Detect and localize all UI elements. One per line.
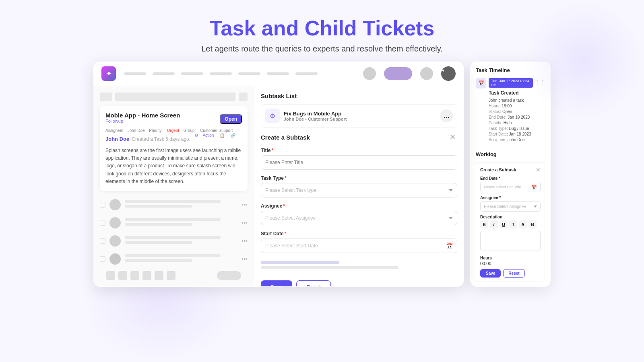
app-logo: ✦ bbox=[101, 66, 116, 81]
assignee-label: Assignee: bbox=[105, 128, 123, 133]
line bbox=[125, 236, 221, 239]
worklog-save-btn[interactable]: Save bbox=[480, 269, 501, 278]
color-btn[interactable]: A bbox=[519, 220, 527, 228]
nav-item-7[interactable] bbox=[295, 72, 318, 75]
worklog-calendar-icon: 📅 bbox=[531, 185, 537, 190]
subtask-more-icon[interactable]: … bbox=[440, 109, 453, 122]
nav-item-5[interactable] bbox=[238, 72, 260, 75]
checkbox-1[interactable] bbox=[100, 202, 105, 208]
page-title: Task and Child Tickets bbox=[0, 16, 644, 40]
worklog-reset-btn[interactable]: Reset bbox=[503, 269, 524, 278]
logo-icon: ✦ bbox=[106, 69, 112, 78]
more-icon-4[interactable]: ••• bbox=[242, 256, 248, 262]
worklog-end-date-input[interactable]: Please Select End Title 📅 bbox=[480, 182, 541, 192]
timeline-date-badge: Tue. Jan 17 2023 01:24 PM bbox=[489, 78, 533, 88]
list-item-1: ••• bbox=[100, 196, 248, 214]
assignee-select[interactable]: Please Select Assignee bbox=[261, 211, 457, 225]
pagination-page[interactable] bbox=[217, 271, 241, 280]
worklog-hours-label: Hours bbox=[480, 256, 541, 260]
more-icon-2[interactable]: ••• bbox=[242, 220, 248, 226]
worklog-assignee-field: Assignee * Please Select Assignee bbox=[480, 195, 541, 212]
nav-avatar-2[interactable] bbox=[420, 67, 433, 80]
pagination-icon-3[interactable] bbox=[130, 271, 139, 280]
copy-icon[interactable]: 📋 bbox=[220, 133, 225, 138]
worklog-assignee-select[interactable]: Please Select Assignee bbox=[480, 201, 541, 212]
checkbox-4[interactable] bbox=[100, 256, 105, 262]
list-lines-1 bbox=[125, 200, 237, 210]
ticket-status-badge[interactable]: Open bbox=[220, 114, 242, 124]
nav-avatar-user[interactable]: ▼ bbox=[441, 66, 456, 81]
subtask-item-meta: John Doe - Customer Support bbox=[284, 117, 436, 121]
nav-item-6[interactable] bbox=[267, 72, 289, 75]
checkbox-2[interactable] bbox=[100, 220, 105, 226]
list-item-2: ••• bbox=[100, 214, 248, 232]
pagination-icon-6[interactable] bbox=[167, 271, 175, 280]
timeline-row-7: Assignee: John Doe bbox=[489, 138, 533, 142]
worklog-form: Create a Subtask ✕ End Date * Please Sel… bbox=[476, 162, 545, 282]
nav-item-3[interactable] bbox=[181, 72, 203, 75]
task-type-select[interactable]: Please Select Task type bbox=[261, 183, 457, 197]
underline-btn[interactable]: U bbox=[500, 220, 508, 228]
nav-item-1[interactable] bbox=[124, 72, 146, 75]
subtask-item[interactable]: ⚙ Fix Bugs in Mobile App John Doe - Cust… bbox=[261, 104, 457, 128]
share-icon[interactable]: 🔗 bbox=[231, 133, 235, 138]
subtask-item-info: Fix Bugs in Mobile App John Doe - Custom… bbox=[284, 111, 436, 121]
more-icon-3[interactable]: ••• bbox=[242, 238, 248, 244]
worklog-description-field: Description B I U T A B bbox=[480, 215, 541, 253]
line bbox=[125, 200, 221, 203]
main-content: ✦ ▼ bbox=[0, 62, 644, 287]
line bbox=[125, 241, 192, 244]
timeline-entry: 📅 Tue. Jan 17 2023 01:24 PM Task Created… bbox=[476, 78, 545, 143]
ticket-created: Created a Task 5 days ago. bbox=[132, 136, 190, 142]
format-btn[interactable]: B bbox=[528, 220, 537, 228]
priority-label: Priority: bbox=[149, 128, 163, 133]
worklog-section: Worklog Create a Subtask ✕ End Date * Pl… bbox=[476, 151, 545, 282]
calendar-icon: 📅 bbox=[446, 243, 453, 249]
more-icon-1[interactable]: ••• bbox=[242, 202, 248, 208]
pagination-icon-2[interactable] bbox=[118, 271, 127, 280]
app-window: ✦ ▼ bbox=[93, 62, 464, 287]
save-button[interactable]: Save bbox=[261, 280, 292, 286]
worklog-form-title: Create a Subtask bbox=[480, 167, 516, 172]
task-timeline-title: Task Timeline bbox=[476, 67, 545, 73]
ticket-title: Moble App - Home Screen Followup bbox=[105, 112, 180, 126]
timeline-event-title: Task Created bbox=[489, 90, 533, 96]
reset-button[interactable]: Reset bbox=[296, 280, 330, 286]
text-btn[interactable]: T bbox=[509, 220, 517, 228]
italic-btn[interactable]: I bbox=[490, 220, 498, 228]
nav-avatar-active[interactable] bbox=[384, 67, 412, 80]
subtask-item-icon: ⚙ bbox=[265, 109, 280, 123]
page-subtitle: Let agents route the queries to experts … bbox=[0, 44, 644, 53]
group-value: Customer Support bbox=[200, 128, 233, 133]
nav-item-4[interactable] bbox=[210, 72, 232, 75]
assignee-label: Assignee * bbox=[261, 203, 457, 209]
pagination-icon-4[interactable] bbox=[142, 271, 151, 280]
timeline-row-4: Priority: High bbox=[489, 121, 533, 125]
worklog-assignee-label: Assignee * bbox=[480, 195, 541, 200]
nav-item-2[interactable] bbox=[153, 72, 175, 75]
worklog-description-input[interactable] bbox=[480, 231, 541, 251]
title-label: Title * bbox=[261, 148, 457, 153]
line bbox=[125, 259, 192, 262]
bold-btn[interactable]: B bbox=[480, 220, 488, 228]
ticket-body: Splash screens are the first image users… bbox=[105, 147, 242, 185]
create-subtask-title: Create a Subtask bbox=[261, 134, 310, 141]
pagination-icon-5[interactable] bbox=[155, 271, 163, 280]
worklog-close-btn[interactable]: ✕ bbox=[536, 167, 541, 173]
title-input[interactable] bbox=[261, 155, 457, 170]
action-icon[interactable]: ⚙ bbox=[194, 133, 198, 138]
worklog-form-header: Create a Subtask ✕ bbox=[480, 167, 541, 173]
close-subtask-btn[interactable]: ✕ bbox=[448, 132, 457, 142]
timeline-more-icon[interactable]: ⋮⋮ bbox=[535, 78, 545, 85]
group-label: Group: bbox=[184, 128, 196, 133]
ticket-card: Moble App - Home Screen Followup Open As… bbox=[100, 106, 248, 191]
title-field: Title * bbox=[261, 148, 457, 170]
avatar-2 bbox=[109, 217, 121, 228]
bottom-pagination bbox=[100, 268, 248, 283]
checkbox-3[interactable] bbox=[100, 238, 105, 244]
right-sidebar: Task Timeline 📅 Tue. Jan 17 2023 01:24 P… bbox=[470, 62, 551, 287]
pagination-icon-1[interactable] bbox=[106, 271, 115, 280]
nav-avatar-1[interactable] bbox=[363, 67, 376, 80]
subtask-list-title: Subtask List bbox=[261, 93, 457, 99]
start-date-input[interactable]: Please Select Start Date 📅 bbox=[261, 239, 457, 253]
